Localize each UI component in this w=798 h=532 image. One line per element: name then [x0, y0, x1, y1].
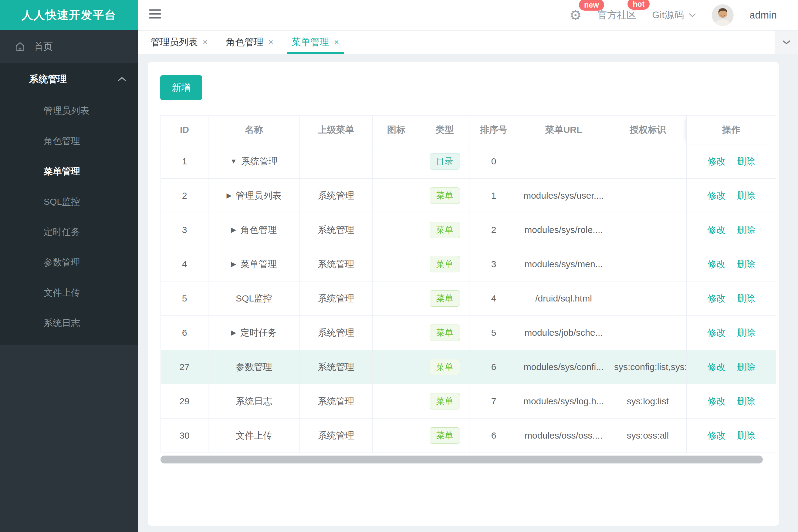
cell-name: 系统日志: [208, 384, 300, 419]
type-badge: 菜单: [430, 222, 460, 238]
sidebar-item-menu-mgmt[interactable]: 菜单管理: [0, 156, 138, 187]
sidebar-item-param-mgmt[interactable]: 参数管理: [0, 247, 138, 278]
cell-operations: 修改删除: [687, 247, 776, 282]
cell-type: 菜单: [420, 350, 469, 384]
edit-link[interactable]: 修改: [707, 362, 725, 372]
table-row[interactable]: 2 ▶管理员列表 系统管理 菜单 1 modules/sys/user.... …: [161, 179, 776, 213]
tab-close-icon[interactable]: ×: [268, 37, 273, 47]
delete-link[interactable]: 删除: [737, 190, 755, 201]
tabs-dropdown-button[interactable]: [775, 31, 798, 54]
delete-link[interactable]: 删除: [737, 396, 755, 406]
username[interactable]: admin: [749, 10, 777, 21]
tab-close-icon[interactable]: ×: [334, 37, 339, 47]
sidebar-item-home[interactable]: 首页: [0, 30, 138, 63]
edit-link[interactable]: 修改: [707, 190, 725, 201]
col-header-parent: 上级菜单: [300, 116, 373, 145]
edit-link[interactable]: 修改: [707, 431, 725, 440]
cell-name: 参数管理: [208, 350, 300, 384]
cell-icon: [373, 247, 420, 282]
table-row[interactable]: 4 ▶菜单管理 系统管理 菜单 3 modules/sys/men... 修改删…: [161, 247, 776, 282]
git-source-dropdown[interactable]: Git源码: [652, 8, 696, 22]
cell-operations: 修改删除: [687, 316, 776, 350]
cell-id: 27: [161, 350, 208, 384]
sidebar-item-admin-list[interactable]: 管理员列表: [0, 96, 138, 126]
expand-arrow-icon[interactable]: ▶: [231, 260, 236, 268]
tab-admin-list[interactable]: 管理员列表 ×: [142, 31, 217, 54]
cell-id: 4: [161, 247, 208, 282]
sidebar-group-system: 系统管理 管理员列表 角色管理 菜单管理 SQL监控 定时任务 参数管理 文件上…: [0, 63, 138, 345]
cell-perms: [609, 179, 687, 213]
type-badge: 菜单: [430, 359, 460, 375]
table-row[interactable]: 27 参数管理 系统管理 菜单 6 modules/sys/confi... s…: [161, 350, 776, 384]
cell-type: 菜单: [420, 419, 469, 453]
sidebar-toggle-icon[interactable]: [149, 10, 161, 21]
menu-mgmt-panel: 新增 ID 名称 上级菜单 图标 类型 排序号 菜单URL: [148, 62, 779, 526]
table-row[interactable]: 30 文件上传 系统管理 菜单 6 modules/oss/oss.... sy…: [161, 419, 776, 453]
sidebar-item-file-upload[interactable]: 文件上传: [0, 278, 138, 308]
expand-arrow-icon[interactable]: ▶: [231, 329, 236, 337]
col-header-perms: 授权标识: [609, 116, 687, 145]
table-row[interactable]: 3 ▶角色管理 系统管理 菜单 2 modules/sys/role.... 修…: [161, 213, 776, 247]
cell-parent-menu: 系统管理: [300, 316, 373, 350]
cell-operations: 修改删除: [687, 179, 776, 213]
edit-link[interactable]: 修改: [707, 156, 725, 166]
edit-link[interactable]: 修改: [707, 293, 725, 303]
cell-parent-menu: 系统管理: [300, 247, 373, 282]
delete-link[interactable]: 删除: [737, 362, 755, 372]
main-content: 新增 ID 名称 上级菜单 图标 类型 排序号 菜单URL: [138, 54, 798, 532]
tab-label: 菜单管理: [292, 36, 329, 49]
cell-id: 2: [161, 179, 208, 213]
col-header-icon: 图标: [373, 116, 420, 145]
tab-close-icon[interactable]: ×: [203, 37, 207, 47]
sidebar-item-role-mgmt[interactable]: 角色管理: [0, 126, 138, 156]
cell-menu-url: modules/sys/user....: [518, 179, 609, 213]
cell-order: 4: [469, 282, 518, 316]
delete-link[interactable]: 删除: [737, 431, 755, 440]
community-link[interactable]: 官方社区 hot: [597, 8, 636, 22]
expand-arrow-icon[interactable]: ▶: [231, 226, 236, 234]
cell-order: 3: [469, 247, 518, 282]
sidebar-item-scheduled-jobs[interactable]: 定时任务: [0, 217, 138, 247]
cell-name: ▶菜单管理: [208, 247, 300, 282]
delete-link[interactable]: 删除: [737, 156, 755, 166]
edit-link[interactable]: 修改: [707, 396, 725, 406]
expand-arrow-icon[interactable]: ▶: [227, 192, 232, 200]
home-icon: [15, 41, 25, 52]
cell-perms: [609, 316, 687, 350]
tab-menu-mgmt[interactable]: 菜单管理 ×: [282, 31, 348, 54]
cell-id: 3: [161, 213, 208, 247]
cell-type: 菜单: [420, 316, 469, 350]
cell-perms: sys:log:list: [609, 384, 687, 419]
cell-icon: [373, 213, 420, 247]
cell-parent-menu: 系统管理: [300, 179, 373, 213]
cell-parent-menu: 系统管理: [300, 350, 373, 384]
table-row[interactable]: 1 ▼系统管理 目录 0 修改删除: [161, 145, 776, 179]
cell-operations: 修改删除: [687, 282, 776, 316]
col-header-id: ID: [161, 116, 208, 145]
scrollbar-thumb[interactable]: [161, 456, 763, 463]
cell-operations: 修改删除: [687, 213, 776, 247]
table-header-row: ID 名称 上级菜单 图标 类型 排序号 菜单URL 授权标识 操作: [161, 116, 776, 145]
table-row[interactable]: 6 ▶定时任务 系统管理 菜单 5 modules/job/sche... 修改…: [161, 316, 776, 350]
tab-role-mgmt[interactable]: 角色管理 ×: [217, 31, 282, 54]
sidebar-item-system-log[interactable]: 系统日志: [0, 308, 138, 338]
delete-link[interactable]: 删除: [737, 327, 755, 338]
cell-order: 6: [469, 419, 518, 453]
delete-link[interactable]: 删除: [737, 293, 755, 303]
avatar[interactable]: [712, 4, 734, 26]
table-row[interactable]: 5 SQL监控 系统管理 菜单 4 /druid/sql.html 修改删除: [161, 282, 776, 316]
table-row[interactable]: 29 系统日志 系统管理 菜单 7 modules/sys/log.h... s…: [161, 384, 776, 419]
settings-button[interactable]: ⚙ new: [569, 8, 582, 22]
cell-type: 菜单: [420, 213, 469, 247]
edit-link[interactable]: 修改: [707, 225, 725, 235]
sidebar-item-sql-monitor[interactable]: SQL监控: [0, 187, 138, 217]
sidebar-group-title[interactable]: 系统管理: [0, 63, 138, 96]
edit-link[interactable]: 修改: [707, 327, 725, 338]
edit-link[interactable]: 修改: [707, 259, 725, 269]
add-button[interactable]: 新增: [160, 75, 202, 100]
cell-operations: 修改删除: [687, 419, 776, 453]
delete-link[interactable]: 删除: [737, 225, 755, 235]
expand-arrow-icon[interactable]: ▼: [230, 157, 237, 165]
sidebar: 人人快速开发平台 首页 系统管理 管理员列表 角色管理 菜单管理 SQL监控 定…: [0, 0, 138, 532]
delete-link[interactable]: 删除: [737, 259, 755, 269]
